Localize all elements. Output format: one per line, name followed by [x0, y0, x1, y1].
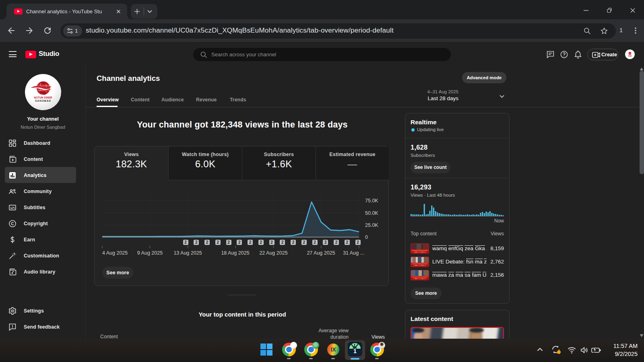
svg-text:SANGBAD: SANGBAD — [35, 99, 51, 102]
svg-text:NOTUN DINER: NOTUN DINER — [34, 96, 52, 99]
